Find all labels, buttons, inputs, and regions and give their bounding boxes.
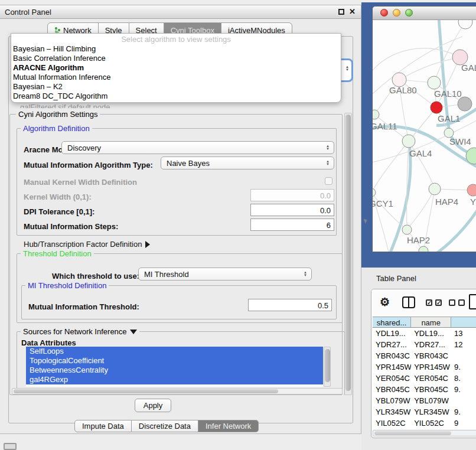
mi-algorithm-type-combobox[interactable]: Naive Bayes ▲▼ [161, 156, 334, 169]
node-label-swi4: SWI4 [449, 136, 471, 146]
select-all-checkbox-icon-2[interactable] [435, 299, 442, 306]
table-cell: YLR345W [373, 406, 411, 418]
attribute-item-topologicalcoefficient[interactable]: TopologicalCoefficient [26, 356, 323, 366]
algorithm-option-basic-correlation-inference[interactable]: Basic Correlation Inference [11, 54, 341, 63]
table-panel-card: shared...name YDL19...YDL19...13YDR27...… [371, 289, 476, 438]
gear-icon[interactable] [380, 295, 390, 309]
manual-kernel-width-checkbox[interactable] [325, 177, 332, 185]
table-row[interactable]: YLR345WYLR345W9. [373, 406, 476, 418]
algorithm-option-aracne-algorithm[interactable]: ARACNE Algorithm [11, 63, 341, 73]
hub-definition-label: Hub/Transcription Factor Definition [24, 240, 142, 249]
algorithm-dropdown-placeholder: Select algorithm to view settings [11, 35, 341, 44]
table-cell: YDR27... [411, 339, 451, 350]
which-threshold-combobox[interactable]: MI Threshold ▲▼ [138, 268, 312, 281]
select-all-checkbox-icon[interactable] [426, 299, 432, 306]
combo-spinner-icon: ▲▼ [304, 271, 307, 277]
settings-scrollbar[interactable] [344, 113, 352, 395]
node-label-hap2: HAP2 [407, 235, 430, 245]
column-header-shared[interactable]: shared... [373, 317, 411, 327]
network-icon [54, 27, 61, 34]
table-cell: YIL052C [411, 418, 451, 429]
split-columns-icon[interactable] [402, 296, 415, 308]
close-icon[interactable] [349, 8, 356, 16]
table-row[interactable]: YBL079WYBL079W [373, 395, 476, 406]
which-threshold-label: Which threshold to use: [52, 272, 139, 281]
bottom-corner-icon[interactable] [4, 443, 17, 450]
threshold-definition-title: Threshold Definition [21, 249, 94, 258]
table-row[interactable]: YPR145WYPR145W9. [373, 361, 476, 373]
table-hscrollbar-thumb[interactable] [374, 431, 451, 435]
dpi-tolerance-field[interactable]: 0.0 [250, 204, 334, 216]
network-edge [373, 48, 460, 74]
column-header-name[interactable]: name [411, 317, 451, 327]
column-header-clipped[interactable] [451, 317, 476, 327]
table-row[interactable]: YIL052CYIL052C9 [373, 418, 476, 429]
network-canvas[interactable]: GALGAL80GAL10GAL1GAL11SWI4GAL4GCY1HAP4YH… [373, 20, 476, 252]
zoom-traffic-light-icon[interactable] [405, 9, 413, 17]
table-cell: 9. [451, 384, 476, 395]
function-builder-icon[interactable] [469, 294, 476, 309]
table-panel: Table Panel shared...name YDL19...YDL19.… [361, 268, 476, 450]
algorithm-dropdown-items: Bayesian – Hill ClimbingBasic Correlatio… [11, 44, 341, 101]
attributes-scrollbar-thumb[interactable] [325, 349, 330, 382]
minimize-traffic-light-icon[interactable] [393, 9, 400, 17]
bottom-tabs: Impute DataDiscretize DataInfer Network [74, 420, 259, 432]
aracne-mode-combobox[interactable]: Discovery ▲▼ [61, 141, 334, 154]
network-node-gcy1[interactable] [373, 188, 376, 197]
table-cell: 8. [451, 373, 476, 384]
sources-hscrollbar[interactable] [12, 388, 343, 394]
table-cell: 12 [451, 339, 476, 350]
tab-impute-data[interactable]: Impute Data [74, 420, 132, 432]
attribute-item-gal4rgexp[interactable]: gal4RGexp [26, 375, 323, 384]
float-window-icon[interactable] [338, 9, 344, 15]
network-node-hap2[interactable] [402, 225, 412, 234]
network-node-gal10[interactable] [428, 76, 441, 89]
hub-definition-toggle[interactable]: Hub/Transcription Factor Definition [24, 240, 150, 249]
node-label-gal80: GAL80 [389, 85, 417, 95]
network-node-gal11[interactable] [373, 110, 379, 119]
table-cell: YBR045C [411, 384, 451, 395]
data-attributes-list: SelfLoopsTopologicalCoefficientBetweenne… [26, 347, 323, 387]
attribute-item-selfloops[interactable]: SelfLoops [26, 347, 323, 356]
deselect-all-checkbox-icon[interactable] [449, 299, 455, 306]
sources-group-header[interactable]: Sources for Network Inference [21, 327, 139, 336]
network-canvas-svg: GALGAL80GAL10GAL1GAL11SWI4GAL4GCY1HAP4YH… [373, 20, 476, 252]
mi-steps-field[interactable]: 6 [250, 219, 334, 231]
table-cell: YPR145W [411, 361, 451, 373]
network-edge [373, 141, 409, 193]
apply-button[interactable]: Apply [135, 399, 171, 412]
network-node[interactable] [458, 20, 472, 29]
table-row[interactable]: YER054CYER054C8. [373, 373, 476, 384]
table-cell: 9. [451, 406, 476, 418]
table-cell: YIL052C [373, 418, 411, 429]
mi-algorithm-type-label: Mutual Information Algorithm Type: [24, 161, 153, 169]
table-hscrollbar[interactable] [373, 430, 476, 436]
mi-threshold-field[interactable]: 0.5 [248, 299, 332, 311]
table-row[interactable]: YBR045CYBR045C9. [373, 384, 476, 395]
algorithm-option-mutual-information-inference[interactable]: Mutual Information Inference [11, 73, 341, 82]
network-window-titlebar [373, 6, 476, 20]
table-row[interactable]: YDR27...YDR27...12 [373, 339, 476, 350]
algorithm-option-bayesian-hill-climbing[interactable]: Bayesian – Hill Climbing [11, 44, 341, 54]
network-node[interactable] [458, 97, 472, 111]
table-cell: YLR345W [411, 406, 451, 418]
table-cell [451, 395, 476, 406]
network-node-hap4[interactable] [429, 183, 441, 195]
close-traffic-light-icon[interactable] [380, 9, 388, 17]
settings-scrollbar-thumb[interactable] [345, 115, 351, 391]
table-row[interactable]: YDL19...YDL19...13 [373, 328, 476, 339]
network-node-gal1[interactable] [431, 102, 442, 113]
algorithm-option-bayesian-k2[interactable]: Bayesian – K2 [11, 82, 341, 92]
data-attributes-label: Data Attributes [21, 338, 76, 347]
kernel-width-field[interactable]: 0.0 [250, 189, 334, 201]
deselect-all-checkbox-icon-2[interactable] [458, 299, 465, 306]
network-node-y[interactable] [467, 184, 476, 196]
tab-infer-network[interactable]: Infer Network [198, 420, 259, 432]
network-node-gal4[interactable] [402, 135, 415, 148]
sources-hscrollbar-thumb[interactable] [14, 389, 278, 393]
table-row[interactable]: YBR043CYBR043C [373, 350, 476, 361]
algorithm-option-dream8-dc-tdc-algorithm[interactable]: Dream8 DC_TDC Algorithm [11, 92, 341, 101]
attributes-list-scrollbar[interactable] [324, 347, 331, 387]
tab-discretize-data[interactable]: Discretize Data [132, 420, 198, 432]
attribute-item-betweennesscentrality[interactable]: BetweennessCentrality [26, 366, 323, 375]
